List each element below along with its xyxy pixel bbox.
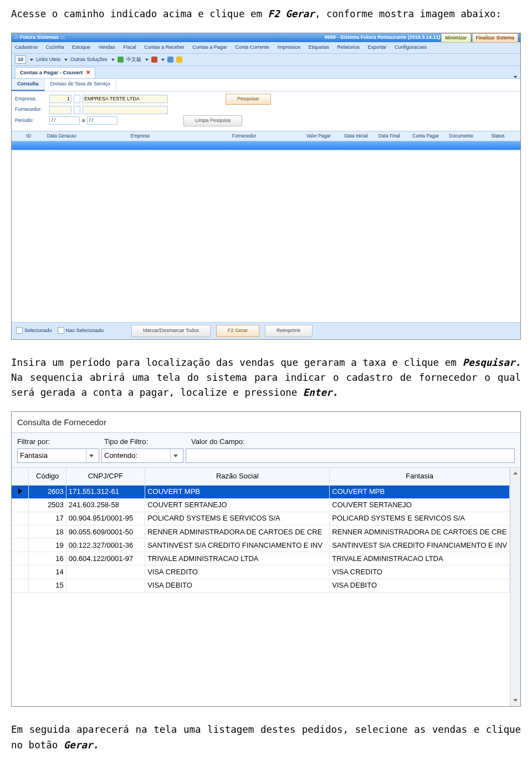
toolbar-outras[interactable]: Outras Soluções	[70, 56, 108, 64]
bottom-bar: Selecionado Nao Selecionado Marcar/Desma…	[12, 322, 520, 339]
tipo-filtro-combo[interactable]: Contendo:	[101, 448, 183, 463]
figure-app-main: .:: Futura Sistemas ::. 9999 - Sistema F…	[11, 33, 521, 340]
col-valor[interactable]: Valor Pagar	[295, 132, 342, 140]
para2-c: Na sequencia abrirá uma tela do sistema …	[11, 372, 521, 398]
menu-estoque[interactable]: Estoque	[72, 44, 90, 50]
pesquisar-button[interactable]: Pesquisar	[226, 94, 271, 105]
col-fantasia[interactable]: Fantasia	[330, 468, 510, 485]
menubar: Cadastros Cozinha Estoque Vendas Fiscal …	[12, 42, 520, 54]
lbl-a: a	[82, 117, 85, 125]
chevron-down-icon[interactable]	[111, 59, 115, 61]
col-empresa[interactable]: Empresa	[87, 132, 193, 140]
menu-vendas[interactable]: Vendas	[99, 44, 115, 50]
filter-bar: Filtrar por: Tipo de Filtro: Valor do Ca…	[12, 433, 520, 468]
col-cnpj[interactable]: CNPJ/CPF	[66, 468, 145, 485]
lbl-empresa: Empresa:	[15, 95, 47, 103]
table-row[interactable]: 1900.122.327/0001-36SANTINVEST S/A CREDI…	[12, 539, 510, 552]
col-fornecedor[interactable]: Fornecedor	[193, 132, 295, 140]
figure-consulta-fornecedor: Consulta de Fornecedor Filtrar por: Tipo…	[11, 411, 521, 707]
valor-campo-input[interactable]	[186, 448, 515, 463]
chevron-down-icon[interactable]	[170, 450, 181, 462]
col-data[interactable]: Data Geracao	[45, 132, 87, 140]
chevron-down-icon[interactable]	[86, 450, 96, 462]
toolbar-icon-3[interactable]	[167, 57, 173, 63]
empresa-id-input[interactable]: 1	[49, 95, 71, 103]
lbl-nao: Nao Selecionado	[66, 328, 104, 333]
menu-cozinha[interactable]: Cozinha	[46, 44, 64, 50]
menu-exportar[interactable]: Exportar	[368, 44, 387, 50]
checkbox-sel[interactable]	[16, 327, 23, 334]
toolbar-links[interactable]: Links Uteis	[36, 56, 60, 64]
table-row[interactable]: 1890.055.609/0001-50RENNER ADMINISTRADOR…	[12, 526, 510, 539]
col-cp[interactable]: Conta Pagar	[410, 132, 447, 140]
fornecedor-id-input[interactable]	[49, 106, 71, 114]
table-row[interactable]: 1700.904.951/0001-95POLICARD SYSTEMS E S…	[12, 512, 510, 525]
toolbar-icon-1[interactable]	[117, 57, 124, 63]
checkbox-nao[interactable]	[58, 327, 64, 334]
document-tabs: Contas a Pagar - Couvert ✕	[12, 66, 520, 79]
col-di[interactable]: Data Inicial	[342, 132, 376, 140]
close-icon[interactable]: ✕	[86, 69, 90, 77]
scrollbar[interactable]	[510, 468, 520, 706]
grid-selected-row[interactable]	[12, 141, 520, 150]
para1-a: Acesse o caminho indicado acima e clique…	[11, 8, 268, 19]
marcar-button[interactable]: Marcar/Desmarcar Todos	[131, 325, 211, 337]
menu-etiquetas[interactable]: Etiquetas	[308, 44, 329, 50]
para3-b: Gerar.	[64, 739, 99, 751]
toolbar-lang[interactable]: 中文版	[126, 56, 141, 64]
empresa-lookup-button[interactable]	[74, 95, 80, 103]
fornecedor-name-input[interactable]	[83, 106, 168, 114]
menu-impressos[interactable]: Impressos	[277, 44, 300, 50]
col-doc[interactable]: Documento	[447, 132, 489, 140]
menu-contas-receber[interactable]: Contas a Receber	[144, 44, 185, 50]
chevron-down-icon[interactable]	[514, 76, 517, 78]
fornecedor-lookup-button[interactable]	[74, 106, 80, 114]
filtrar-por-combo[interactable]: Fantasia	[17, 448, 99, 463]
scroll-up-icon[interactable]	[510, 468, 520, 478]
col-id[interactable]: ID	[24, 132, 45, 140]
menu-relatorios[interactable]: Relatorios	[337, 44, 360, 50]
para-2: Insira um período para localização das v…	[11, 355, 521, 400]
table-row[interactable]: 2603171.551.312-61COUVERT MPBCOUVERT MPB	[12, 485, 510, 498]
chevron-down-icon[interactable]	[64, 59, 68, 61]
scroll-down-icon[interactable]	[510, 695, 520, 705]
row-marker	[12, 565, 29, 579]
date-from-input[interactable]: / /	[49, 116, 80, 125]
menu-fiscal[interactable]: Fiscal	[123, 44, 136, 50]
table-row[interactable]: 2503241.603.258-58COUVERT SERTANEJOCOUVE…	[12, 498, 510, 512]
empresa-name-input[interactable]: EMPRESA TESTE LTDA	[83, 95, 168, 103]
toolbar-icon-4[interactable]	[176, 57, 182, 63]
finalize-button[interactable]: Finalizar Sistema	[472, 33, 518, 43]
chevron-down-icon[interactable]	[30, 59, 33, 61]
table-row[interactable]: 15VISA DEBITOVISA DEBITO	[12, 579, 510, 592]
table-row[interactable]: 14VISA CREDITOVISA CREDITO	[12, 565, 510, 579]
table-row[interactable]: 1600.604.122/0001-97TRIVALE ADMINISTRACA…	[12, 552, 510, 565]
minimize-button[interactable]: Minimizar	[441, 33, 470, 43]
reimprimir-button[interactable]: Reimprimir	[265, 325, 313, 337]
subtab-consulta[interactable]: Consulta	[12, 79, 45, 91]
subtab-divisao[interactable]: Divisao de Taxa de Serviço	[45, 79, 116, 91]
toolbar-icon-2[interactable]	[151, 57, 157, 63]
para-3: Em seguida aparecerá na tela uma listage…	[11, 722, 521, 752]
toolbar-number[interactable]: 10	[15, 55, 26, 64]
col-razao[interactable]: Razão Social	[145, 468, 330, 485]
chevron-down-icon[interactable]	[161, 59, 165, 61]
gerar-button[interactable]: F2 Gerar	[216, 325, 259, 337]
date-to-input[interactable]: / /	[87, 116, 117, 125]
document-tab[interactable]: Contas a Pagar - Couvert ✕	[15, 67, 95, 78]
lbl-tipo: Tipo de Filtro:	[104, 436, 186, 447]
menu-config[interactable]: Configuracoes	[395, 44, 427, 50]
table-header-row: Código CNPJ/CPF Razão Social Fantasia	[12, 468, 510, 485]
menu-contas-pagar[interactable]: Contas a Pagar	[192, 44, 227, 50]
chevron-down-icon[interactable]	[145, 59, 149, 61]
col-df[interactable]: Data Final	[376, 132, 410, 140]
col-codigo[interactable]: Código	[29, 468, 66, 485]
menu-conta-corrente[interactable]: Conta Corrente	[235, 44, 269, 50]
col-status[interactable]: Status	[489, 132, 520, 140]
menu-cadastros[interactable]: Cadastros	[15, 44, 38, 50]
limpa-pesquisa-button[interactable]: Limpa Pesquisa	[183, 115, 242, 126]
row-marker	[12, 498, 29, 512]
row-marker	[12, 579, 29, 592]
grid-header: ID Data Geracao Empresa Fornecedor Valor…	[12, 131, 520, 141]
para2-b: Pesquisar.	[463, 357, 521, 368]
